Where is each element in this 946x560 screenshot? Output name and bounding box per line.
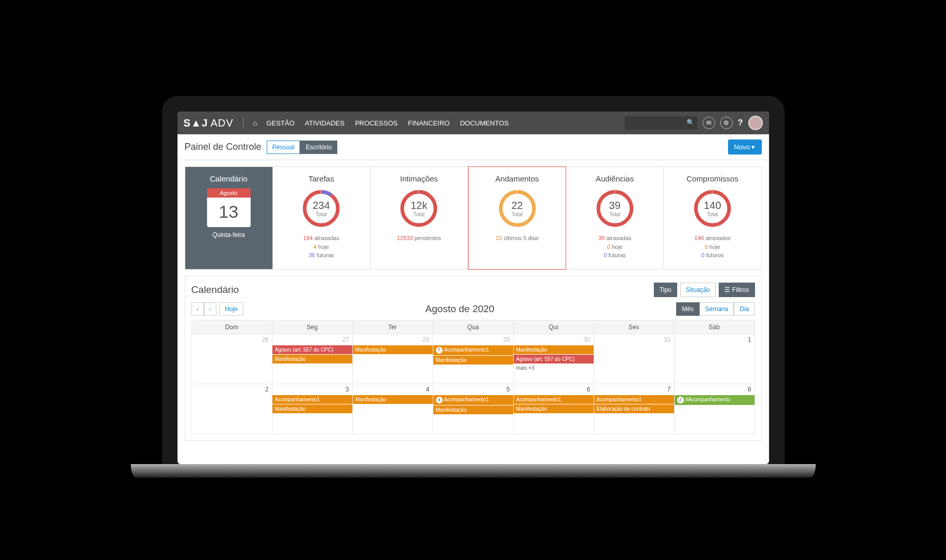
stat-line: 194 atrasadas bbox=[276, 234, 367, 243]
calendar-day-cell[interactable]: 27Agravo (art. 557 do CPC)Manifestação bbox=[272, 334, 352, 384]
home-icon[interactable]: ⌂ bbox=[253, 119, 257, 127]
dow-header: Dom bbox=[191, 320, 272, 334]
metric-card-tarefas[interactable]: Tarefas 234Total 194 atrasadas4 hoje36 f… bbox=[273, 166, 371, 270]
event-badge: 7 bbox=[436, 347, 443, 354]
today-button[interactable]: Hoje bbox=[220, 302, 244, 316]
tab-pessoal[interactable]: Pessoal bbox=[267, 141, 300, 154]
metric-card-andamentos[interactable]: Andamentos 22Total 22 últimos 5 dias bbox=[468, 166, 566, 270]
calendar-event[interactable]: Manifestação bbox=[272, 404, 352, 413]
calendar-day-cell[interactable]: 3Acompanhamento1Manifestação bbox=[272, 384, 352, 433]
nav-link-atividades[interactable]: ATIVIDADES bbox=[305, 119, 345, 127]
calendar-event[interactable]: 7Acompanhamento1 bbox=[433, 345, 513, 355]
more-events-link[interactable]: mais +3 bbox=[514, 364, 594, 372]
tab-escritorio[interactable]: Escritório bbox=[300, 141, 337, 154]
calendar-day-cell[interactable]: 1 bbox=[674, 334, 755, 384]
donut-value: 12k bbox=[410, 200, 427, 212]
nav-link-documentos[interactable]: DOCUMENTOS bbox=[460, 119, 509, 127]
day-number: 26 bbox=[192, 334, 272, 345]
calendar-event[interactable]: Acompanhamento1 bbox=[272, 395, 352, 404]
metric-card-intimações[interactable]: Intimações 12kTotal 12933 pendentes bbox=[371, 166, 468, 270]
view-day-button[interactable]: Dia bbox=[734, 302, 755, 316]
minical: Agosto 13 bbox=[207, 188, 251, 227]
calendar-day-cell[interactable]: 297Acompanhamento1Manifestação bbox=[433, 334, 513, 384]
minical-month: Agosto bbox=[207, 188, 251, 198]
calendar-event[interactable]: Manifestação bbox=[353, 395, 433, 404]
calendar-minicard[interactable]: Calendário Agosto 13 Quinta-feira bbox=[185, 166, 273, 270]
day-number: 27 bbox=[272, 334, 352, 345]
calendar-event[interactable]: Elaboração de contrato bbox=[594, 404, 674, 413]
day-number: 4 bbox=[353, 384, 433, 395]
calendar-day-cell[interactable]: 30ManifestaçãoAgravo (art. 557 do CPC)ma… bbox=[513, 334, 594, 384]
calendar-day-cell[interactable]: 6Acompanhamento1Manifestação bbox=[513, 384, 594, 433]
calendar-event[interactable]: Agravo (art. 557 do CPC) bbox=[514, 355, 594, 363]
btn-tipo[interactable]: Tipo bbox=[654, 283, 677, 297]
prev-month-button[interactable]: ‹ bbox=[191, 302, 204, 316]
next-month-button[interactable]: › bbox=[204, 302, 216, 316]
metric-card-audiências[interactable]: Audiências 39Total 39 atrasadas0 hoje0 f… bbox=[566, 166, 664, 270]
page-title: Painel de Controle bbox=[185, 142, 262, 152]
donut-value: 39 bbox=[609, 200, 621, 212]
calendar-event[interactable]: Manifestação bbox=[514, 404, 594, 413]
nav-links: GESTÃOATIVIDADESPROCESSOSFINANCEIRODOCUM… bbox=[266, 119, 509, 127]
calendar-event[interactable]: Acompanhamento1 bbox=[594, 395, 674, 404]
logo: S▲J ADV bbox=[184, 117, 234, 129]
nav-link-gestão[interactable]: GESTÃO bbox=[266, 119, 294, 127]
mail-icon[interactable]: ✉ bbox=[703, 117, 715, 129]
calendar-event[interactable]: Agravo (art. 557 do CPC) bbox=[272, 345, 352, 354]
dow-header: Sex bbox=[594, 320, 674, 334]
app-screen: S▲J ADV ⌂ GESTÃOATIVIDADESPROCESSOSFINAN… bbox=[177, 111, 769, 464]
card-title: Tarefas bbox=[276, 174, 367, 183]
calendar-event[interactable]: Manifestação bbox=[433, 405, 513, 414]
calendar-event[interactable]: Manifestação bbox=[272, 355, 352, 363]
calendar-event[interactable]: Manifestação bbox=[433, 356, 513, 365]
calendar-day-cell[interactable]: 7Acompanhamento1Elaboração de contrato bbox=[594, 384, 674, 433]
day-number: 8 bbox=[675, 384, 755, 395]
stat-line: 4 hoje bbox=[276, 243, 367, 251]
day-number: 3 bbox=[272, 384, 352, 395]
day-number: 7 bbox=[594, 384, 674, 395]
btn-filtros[interactable]: ☰ Filtros bbox=[719, 283, 755, 297]
stat-line: 36 futuras bbox=[276, 251, 367, 260]
search-icon[interactable]: 🔍 bbox=[687, 119, 694, 126]
calendar-day-cell[interactable]: 31 bbox=[594, 334, 674, 384]
gear-icon[interactable]: ⚙ bbox=[720, 117, 733, 129]
help-icon[interactable]: ? bbox=[738, 118, 743, 128]
nav-link-processos[interactable]: PROCESSOS bbox=[355, 119, 397, 127]
calendar-filter-controls: Tipo Situação ☰ Filtros bbox=[654, 283, 755, 297]
stat-line: 12933 pendentes bbox=[374, 234, 464, 243]
calendar-day-cell[interactable]: 2 bbox=[191, 384, 272, 433]
calendar-day-cell[interactable]: 54Acompanhamento1Manifestação bbox=[433, 384, 513, 433]
novo-button[interactable]: Novo ▾ bbox=[728, 139, 762, 155]
calendar-event[interactable]: 4Acompanhamento1 bbox=[433, 395, 513, 405]
calendar-event[interactable]: Acompanhamento1 bbox=[514, 395, 594, 404]
donut-chart: 22Total bbox=[497, 188, 538, 229]
view-week-button[interactable]: Semana bbox=[700, 302, 734, 316]
day-number: 6 bbox=[514, 384, 594, 395]
card-title: Compromissos bbox=[667, 174, 758, 183]
calendar-day-cell[interactable]: 4Manifestação bbox=[352, 384, 433, 433]
card-title: Intimações bbox=[374, 174, 464, 183]
logo-text-2: ADV bbox=[211, 117, 234, 129]
metric-card-compromissos[interactable]: Compromissos 140Total 140 atrasados0 hoj… bbox=[664, 166, 761, 270]
day-number: 29 bbox=[433, 334, 513, 345]
nav-link-financeiro[interactable]: FINANCEIRO bbox=[408, 119, 449, 127]
day-number: 5 bbox=[433, 384, 513, 395]
calendar-event[interactable]: Manifestação bbox=[353, 345, 433, 354]
subheader: Painel de Controle Pessoal Escritório No… bbox=[177, 134, 769, 160]
avatar[interactable] bbox=[748, 116, 763, 130]
day-number: 30 bbox=[514, 334, 594, 345]
donut-value: 140 bbox=[704, 200, 721, 212]
day-number: 31 bbox=[594, 334, 674, 345]
event-badge: 2 bbox=[677, 397, 684, 403]
calendar-day-cell[interactable]: 82#Acompanhamento bbox=[674, 384, 755, 433]
calendar-day-cell[interactable]: 26 bbox=[191, 334, 272, 384]
btn-situacao[interactable]: Situação bbox=[680, 283, 716, 297]
calendar-day-cell[interactable]: 28Manifestação bbox=[352, 334, 433, 384]
calendar-event[interactable]: Manifestação bbox=[514, 345, 594, 354]
view-month-button[interactable]: Mês bbox=[676, 302, 700, 316]
stat-line: 0 hoje bbox=[569, 243, 660, 251]
calendar-event[interactable]: 2#Acompanhamento bbox=[675, 395, 755, 405]
calendar-header: Calendário Tipo Situação ☰ Filtros bbox=[191, 283, 755, 297]
month-title: Agosto de 2020 bbox=[426, 303, 495, 315]
stat-line: 0 futuras bbox=[569, 251, 660, 260]
